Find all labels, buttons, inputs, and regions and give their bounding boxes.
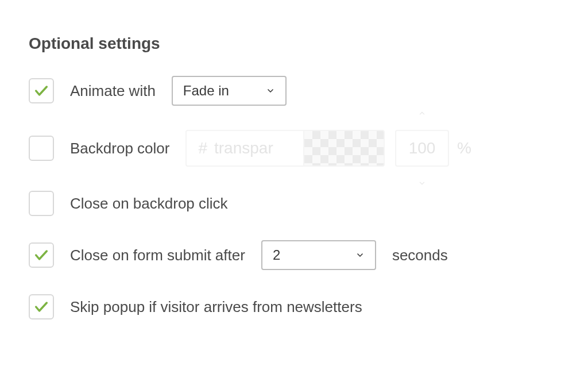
opacity-group: %: [395, 130, 471, 167]
opacity-input-box: [395, 130, 449, 167]
percent-sign: %: [457, 139, 471, 157]
skip-popup-checkbox[interactable]: [29, 294, 54, 319]
section-title: Optional settings: [29, 34, 559, 53]
hex-prefix: #: [187, 139, 214, 157]
backdrop-label: Backdrop color: [70, 140, 169, 157]
close-submit-label-after: seconds: [392, 247, 448, 264]
setting-row-skip-popup: Skip popup if visitor arrives from newsl…: [29, 294, 559, 319]
check-icon: [33, 299, 49, 315]
check-icon: [33, 83, 49, 99]
close-submit-select[interactable]: 2: [261, 240, 376, 270]
animate-select-value: Fade in: [183, 83, 229, 99]
chevron-down-icon: [355, 251, 365, 260]
close-backdrop-checkbox[interactable]: [29, 191, 54, 216]
close-submit-select-value: 2: [273, 247, 280, 263]
opacity-step-down[interactable]: [416, 178, 428, 188]
skip-popup-label: Skip popup if visitor arrives from newsl…: [70, 298, 362, 316]
setting-row-backdrop: Backdrop color # %: [29, 130, 559, 167]
setting-row-animate: Animate with Fade in: [29, 76, 559, 106]
animate-select[interactable]: Fade in: [172, 76, 287, 106]
animate-checkbox[interactable]: [29, 78, 54, 103]
hex-input[interactable]: [214, 139, 303, 157]
close-backdrop-label: Close on backdrop click: [70, 195, 228, 213]
settings-list: Animate with Fade in Backdrop color #: [29, 76, 559, 319]
setting-row-close-backdrop: Close on backdrop click: [29, 191, 559, 216]
close-submit-label-before: Close on form submit after: [70, 247, 245, 264]
backdrop-checkbox[interactable]: [29, 136, 54, 161]
opacity-step-up[interactable]: [416, 108, 428, 118]
color-swatch[interactable]: [304, 130, 385, 167]
backdrop-controls: # %: [185, 130, 471, 167]
hex-input-group: #: [185, 130, 304, 167]
opacity-input[interactable]: [405, 139, 439, 157]
setting-row-close-submit: Close on form submit after 2 seconds: [29, 240, 559, 270]
check-icon: [33, 247, 49, 263]
close-submit-checkbox[interactable]: [29, 242, 54, 268]
animate-label: Animate with: [70, 82, 156, 100]
chevron-down-icon: [416, 179, 428, 187]
chevron-up-icon: [416, 109, 428, 117]
chevron-down-icon: [266, 86, 275, 95]
